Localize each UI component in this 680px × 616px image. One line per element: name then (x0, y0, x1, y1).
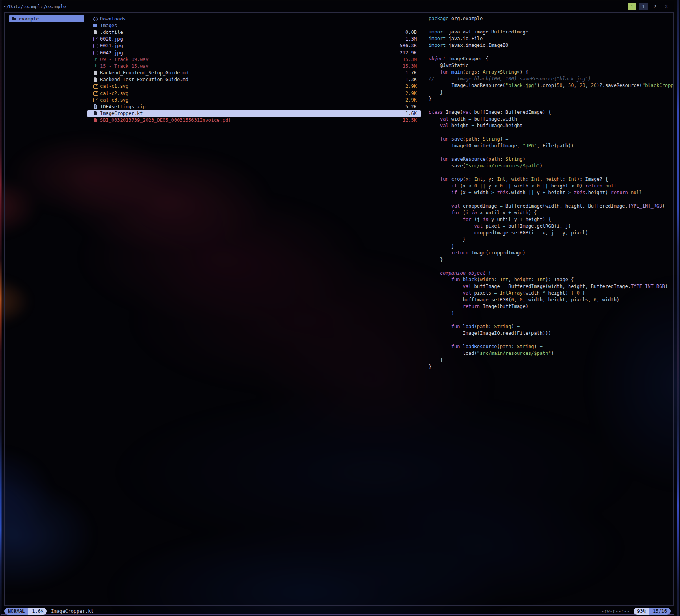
status-filename: ImageCropper.kt (51, 609, 93, 614)
file-size: 2.9K (401, 83, 417, 89)
code-line: // Image.black(100, 100).saveResource("b… (421, 76, 674, 82)
code-line: val pixel = buffImage.getRGB(i, j) (421, 223, 674, 230)
code-line (421, 169, 674, 176)
pdf-icon (93, 118, 98, 122)
cursor-position-badge: 15/16 (649, 608, 671, 615)
code-line: fun main(args: Array<String>) { (421, 69, 674, 76)
scroll-percent-badge: 93% (634, 608, 649, 615)
file-row-IDEAsettings.zip[interactable]: IDEAsettings.zip5.2K (87, 103, 421, 110)
parent-item-label: example (19, 16, 39, 22)
code-line: } (421, 236, 674, 243)
code-line: class Image(val buffImage: BufferedImage… (421, 109, 674, 116)
code-line: val pixels = IntArray(width * height) { … (421, 290, 674, 297)
code-line: import java.io.File (421, 35, 674, 42)
markdown-icon (93, 71, 98, 75)
zip-icon (93, 104, 98, 109)
tab-3[interactable]: 3 (662, 3, 671, 10)
code-line (421, 337, 674, 343)
code-line: return Image(croppedImage) (421, 250, 674, 256)
file-size: 2.9K (401, 91, 417, 96)
file-row-Backend_Test_Execution_Guide.md[interactable]: Backend_Test_Execution_Guide.md1.3K (87, 76, 421, 83)
code-line (421, 22, 674, 29)
code-line: } (421, 256, 674, 263)
file-name: IDEAsettings.zip (100, 104, 146, 109)
code-line: val height = buffImage.height (421, 122, 674, 129)
file-size: 1.7K (401, 70, 417, 76)
file-size: 1.3M (401, 36, 417, 42)
code-line: return Image(buffImage) (421, 303, 674, 310)
file-icon (93, 30, 98, 35)
code-line: fun loadResource(path: String) = (421, 343, 674, 350)
code-line: fun crop(x: Int, y: Int, width: Int, hei… (421, 176, 674, 183)
code-line: for (j in y until y + height) { (421, 216, 674, 223)
file-name: 0042.jpg (100, 50, 123, 56)
file-row-cal-c1.svg[interactable]: cal-c1.svg2.9K (87, 83, 421, 90)
file-name: 0031.jpg (100, 43, 123, 48)
code-line: Image(ImageIO.read(File(path))) (421, 330, 674, 337)
folder-icon (12, 17, 17, 21)
file-name: .dotfile (100, 30, 123, 35)
mode-badge: NORMAL (4, 608, 28, 615)
code-line: if (x < 0 || y < 0 || width < 0 || heigh… (421, 183, 674, 189)
file-row-cal-c3.svg[interactable]: cal-c3.svg2.9K (87, 96, 421, 103)
parent-item-example[interactable]: example (9, 15, 84, 22)
code-line: package org.example (421, 15, 674, 22)
header-bar: ~/Data/example/example 1 123 (4, 3, 671, 11)
file-size: 0.0B (401, 30, 417, 35)
file-row-.dotfile[interactable]: .dotfile0.0B (87, 29, 421, 35)
tab-2[interactable]: 2 (651, 3, 659, 10)
image-icon (93, 91, 98, 96)
code-line: } (421, 243, 674, 250)
file-name: Downloads (100, 16, 126, 22)
code-line (421, 149, 674, 156)
file-name: SBI_0032013739_2023_DE05_0003155631Invoi… (100, 117, 231, 123)
code-line: object ImageCropper { (421, 56, 674, 62)
code-line: val croppedImage = BufferedImage(width, … (421, 203, 674, 210)
permissions-text: -rw-r--r-- (601, 609, 630, 614)
tab-1[interactable]: 1 (639, 3, 647, 10)
file-size: 15.3M (399, 57, 417, 62)
file-size: 12.5K (399, 117, 417, 123)
code-line: import java.awt.image.BufferedImage (421, 29, 674, 35)
file-row-cal-c2.svg[interactable]: cal-c2.svg2.9K (87, 90, 421, 96)
code-line (421, 129, 674, 136)
code-line: } (421, 364, 674, 370)
markdown-icon (93, 77, 98, 82)
file-row-SBI_0032013739_2023_DE05_0003155631Invoice.pdf[interactable]: SBI_0032013739_2023_DE05_0003155631Invoi… (87, 117, 421, 124)
code-line: ImageIO.write(buffImage, "JPG", File(pat… (421, 143, 674, 149)
file-icon (93, 111, 98, 116)
file-row-0028.jpg[interactable]: 0028.jpg1.3M (87, 36, 421, 43)
code-line: fun saveResource(path: String) = (421, 156, 674, 163)
folder-icon (93, 23, 98, 28)
file-row-0031.jpg[interactable]: 0031.jpg586.3K (87, 43, 421, 49)
file-row-ImageCropper.kt[interactable]: ImageCropper.kt1.6K (87, 110, 421, 117)
file-name: cal-c3.svg (100, 97, 128, 103)
code-line (421, 49, 674, 56)
file-list-pane: DownloadsImages.dotfile0.0B0028.jpg1.3M0… (87, 15, 421, 124)
code-line (421, 196, 674, 203)
status-bar: NORMAL 1.6K ImageCropper.kt -rw-r--r-- 9… (4, 608, 671, 615)
code-line: croppedImage.setRGB(i - x, j - y, pixel) (421, 230, 674, 236)
file-row-Images[interactable]: Images (87, 22, 421, 29)
code-line: val buffImage = BufferedImage(width, hei… (421, 283, 674, 290)
audio-icon (93, 57, 98, 62)
code-line: val width = buffImage.width (421, 116, 674, 122)
code-line: } (421, 310, 674, 317)
code-line: companion object { (421, 270, 674, 276)
tab-bar: 1 123 (628, 3, 671, 10)
code-line: save("src/main/resources/$path") (421, 163, 674, 169)
file-name: cal-c1.svg (100, 83, 128, 89)
audio-icon (93, 64, 98, 69)
file-size: 1.6K (401, 111, 417, 116)
file-row-0042.jpg[interactable]: 0042.jpg212.9K (87, 49, 421, 56)
tasks-count-badge: 1 (628, 3, 636, 10)
file-name: Images (100, 23, 117, 28)
panes-container: example DownloadsImages.dotfile0.0B0028.… (4, 12, 674, 606)
file-row-Downloads[interactable]: Downloads (87, 15, 421, 22)
parent-directory-pane: example (5, 15, 87, 22)
file-row-15 - Track 15.wav[interactable]: 15 - Track 15.wav15.3M (87, 63, 421, 69)
code-line (421, 317, 674, 323)
file-size: 212.9K (396, 50, 417, 56)
file-row-Backend_Frontend_Setup_Guide.md[interactable]: Backend_Frontend_Setup_Guide.md1.7K (87, 70, 421, 76)
file-row-09 - Track 09.wav[interactable]: 09 - Track 09.wav15.3M (87, 56, 421, 63)
